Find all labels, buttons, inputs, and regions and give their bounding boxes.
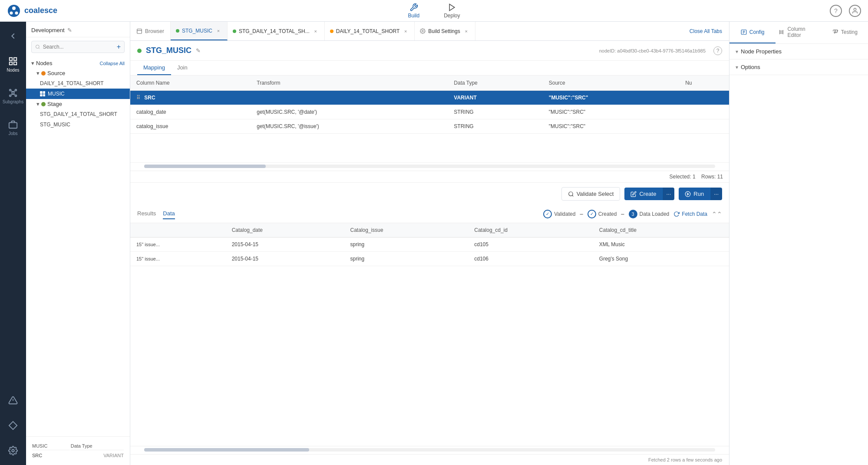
src-transform (251, 91, 448, 105)
right-tab-column-editor[interactable]: Column Editor (776, 22, 822, 43)
svg-line-18 (13, 94, 15, 95)
tree-section: ▾ Nodes Collapse All ▾ Source DAILY_14_T… (26, 56, 130, 132)
catalog-issue-transform: get(MUSIC.SRC, '@issue') (251, 119, 448, 134)
diamond-icon-btn[interactable] (6, 418, 20, 433)
mapping-scrollbar-track[interactable] (144, 165, 715, 168)
help-icon[interactable]: ? (830, 5, 842, 17)
deploy-nav-item[interactable]: Deploy (440, 1, 463, 20)
data-scrollbar-thumb[interactable] (144, 448, 309, 452)
stage-group-header[interactable]: ▾ Stage (26, 99, 130, 109)
sidebar-item-nodes[interactable]: Nodes (4, 54, 22, 75)
tree-item-music[interactable]: MUSIC (26, 89, 130, 99)
run-main-button[interactable]: Run (679, 188, 710, 200)
nu-header: Nu (679, 76, 729, 91)
tree-item-stg-daily-14[interactable]: STG_DAILY_14_TOTAL_SHORT (26, 109, 130, 119)
tree-item-music-inner: MUSIC (40, 91, 125, 97)
testing-icon (832, 29, 838, 35)
warning-icon (8, 396, 18, 405)
data-row1-issue: spring (344, 237, 469, 252)
node-properties-header[interactable]: ▾ Node Properties (736, 48, 862, 55)
close-all-tabs-button[interactable]: Close All Tabs (683, 28, 729, 34)
results-tab[interactable]: Results (137, 208, 156, 219)
edit-environment-icon[interactable]: ✎ (67, 27, 72, 33)
sidebar-item-subgraphs[interactable]: Subgraphs (0, 86, 26, 107)
warning-icon-btn[interactable] (6, 393, 20, 408)
data-scrollbar-track[interactable] (144, 448, 715, 452)
run-button-group: Run ··· (679, 188, 722, 200)
search-input[interactable] (43, 44, 114, 50)
node-tab-mapping[interactable]: Mapping (137, 61, 171, 75)
nodes-group-header[interactable]: ▾ Nodes Collapse All (26, 58, 130, 68)
create-main-button[interactable]: Create (624, 188, 662, 200)
validate-select-button[interactable]: Validate Select (561, 187, 620, 201)
data-loaded-number: 3 (629, 210, 637, 218)
data-col-row-label (130, 223, 226, 237)
mapping-catalog-date-row[interactable]: catalog_date get(MUSIC.SRC, '@date') STR… (130, 105, 729, 119)
mapping-catalog-issue-row[interactable]: catalog_issue get(MUSIC.SRC, '@issue') S… (130, 119, 729, 134)
tab-daily-14[interactable]: DAILY_14_TOTAL_SHORT × (325, 22, 415, 40)
build-settings-icon (420, 28, 426, 34)
svg-marker-4 (449, 4, 455, 10)
src-source: "MUSIC":"SRC" (543, 91, 679, 105)
fetch-data-button[interactable]: Fetch Data (673, 211, 707, 217)
user-icon[interactable] (849, 5, 861, 17)
node-tab-join[interactable]: Join (171, 61, 194, 75)
stg-daily-close-icon[interactable]: × (312, 28, 319, 35)
node-header: STG_MUSIC ✎ nodeID: a04bdf30-cbe0-43b4-9… (130, 41, 729, 61)
tab-build-settings[interactable]: Build Settings × (415, 22, 475, 40)
data-tab[interactable]: Data (163, 208, 175, 219)
node-help-icon[interactable]: ? (713, 46, 722, 55)
create-dropdown-button[interactable]: ··· (662, 188, 674, 200)
tree-item-daily-14-total-short[interactable]: DAILY_14_TOTAL_SHORT (26, 78, 130, 89)
catalog-issue-data-type: STRING (448, 119, 542, 134)
bottom-table-col2: VARIANT (71, 451, 124, 460)
refresh-icon (673, 211, 680, 217)
build-nav-item[interactable]: Build (404, 1, 423, 20)
sidebar-item-jobs[interactable]: Jobs (6, 117, 20, 139)
data-row1-label: 15" issue... (130, 237, 226, 252)
back-button[interactable] (6, 29, 20, 43)
mapping-scrollbar-thumb[interactable] (144, 165, 266, 168)
run-icon (685, 191, 691, 197)
svg-point-5 (854, 8, 856, 10)
stage-chevron-icon: ▾ (36, 101, 40, 107)
search-validate-icon (568, 191, 574, 197)
top-nav: coalesce Build Deploy ? (0, 0, 868, 22)
stg-music-close-icon[interactable]: × (215, 27, 222, 34)
jobs-icon (8, 120, 18, 129)
status-badges: ✓ Validated – ✓ Created – 3 Data Loaded (543, 210, 722, 218)
node-edit-icon[interactable]: ✎ (196, 47, 201, 54)
deploy-icon (448, 3, 456, 12)
tree-item-stg-music[interactable]: STG_MUSIC (26, 119, 130, 130)
daily-14-close-icon[interactable]: × (402, 28, 409, 35)
logo-area: coalesce (7, 4, 57, 18)
svg-marker-22 (9, 422, 17, 429)
source-chevron-icon: ▾ (36, 70, 40, 76)
data-row2-label: 15" issue... (130, 252, 226, 266)
settings-icon-btn[interactable] (6, 443, 20, 458)
mapping-src-row[interactable]: ⠿ SRC VARIANT "MUSIC":"SRC" (130, 91, 729, 105)
data-col-catalog-issue: Catalog_issue (344, 223, 469, 237)
tab-stg-music[interactable]: STG_MUSIC × (171, 22, 228, 40)
svg-rect-6 (10, 58, 12, 60)
bottom-info-table: MUSIC Data Type SRC VARIANT (31, 441, 125, 461)
right-tab-config[interactable]: Config (729, 22, 776, 43)
right-tab-testing[interactable]: Testing (822, 22, 868, 43)
collapse-all-button[interactable]: Collapse All (100, 61, 125, 66)
build-settings-close-icon[interactable]: × (463, 28, 470, 35)
catalog-date-data-type: STRING (448, 105, 542, 119)
build-label: Build (408, 13, 419, 19)
source-group-header[interactable]: ▾ Source (26, 68, 130, 78)
tab-browser[interactable]: Browser (130, 22, 171, 40)
data-row1-cd-title: XML Music (593, 237, 729, 252)
node-title: STG_MUSIC (146, 46, 191, 55)
tab-stg-daily[interactable]: STG_DAILY_14_TOTAL_SH... × (228, 22, 325, 40)
data-row1-date: 2015-04-15 (226, 237, 344, 252)
badge-separator: – (580, 211, 583, 217)
options-header[interactable]: ▾ Options (736, 64, 862, 70)
jobs-label: Jobs (8, 131, 17, 136)
run-dropdown-button[interactable]: ··· (710, 188, 722, 200)
expand-results-icon[interactable]: ⌃⌃ (712, 211, 722, 218)
add-node-icon[interactable]: + (117, 43, 121, 51)
main-layout: Nodes Subgraphs Jobs (0, 22, 868, 465)
